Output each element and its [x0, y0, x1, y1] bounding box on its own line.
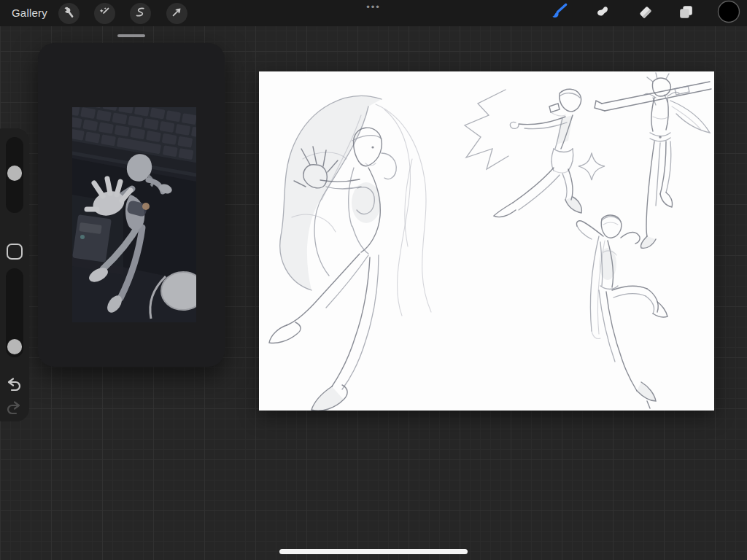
brush-size-slider[interactable]	[6, 137, 23, 213]
wrench-icon	[63, 6, 75, 21]
top-toolbar: Gallery ••	[0, 0, 747, 26]
adjustments-button[interactable]	[94, 3, 115, 24]
reference-photo	[72, 107, 196, 322]
sketch-rifle-character	[595, 73, 711, 248]
brush-size-thumb[interactable]	[7, 166, 22, 181]
redo-arrow-icon	[4, 407, 23, 419]
paint-tool-button[interactable]	[548, 2, 570, 24]
modify-button[interactable]	[7, 244, 23, 260]
smudge-tool-button[interactable]	[590, 2, 612, 24]
selection-s-icon	[134, 6, 147, 21]
sketch-kicking-figure	[576, 215, 667, 408]
sketch-girl-reaching	[269, 96, 431, 411]
transform-button[interactable]	[166, 3, 187, 24]
smudge-finger-icon	[592, 3, 611, 24]
color-swatch-circle	[717, 0, 740, 26]
brush-opacity-thumb[interactable]	[7, 339, 22, 354]
brush-sidebar	[0, 128, 29, 421]
actions-button[interactable]	[58, 3, 80, 24]
transform-arrow-icon	[171, 6, 183, 21]
color-swatch-button[interactable]	[718, 2, 740, 24]
layers-icon	[677, 3, 695, 24]
undo-arrow-icon	[4, 384, 23, 396]
paintbrush-icon	[549, 2, 568, 24]
home-indicator-bar[interactable]	[279, 549, 468, 554]
eraser-icon	[636, 3, 654, 24]
procreate-canvas-screen: { "app": { "name_hint": "Procreate-style…	[0, 0, 747, 560]
brush-opacity-slider[interactable]	[6, 268, 23, 357]
layers-button[interactable]	[675, 2, 697, 24]
window-drag-handle[interactable]	[117, 34, 145, 37]
redo-button[interactable]	[4, 398, 23, 417]
reference-companion-window[interactable]	[38, 43, 225, 367]
undo-button[interactable]	[4, 375, 23, 394]
selection-button[interactable]	[130, 3, 151, 24]
gallery-button[interactable]: Gallery	[12, 0, 47, 26]
magic-wand-icon	[98, 6, 111, 21]
sketch-jumping-figure	[465, 89, 605, 217]
drawing-canvas[interactable]	[259, 71, 714, 411]
erase-tool-button[interactable]	[634, 2, 656, 24]
